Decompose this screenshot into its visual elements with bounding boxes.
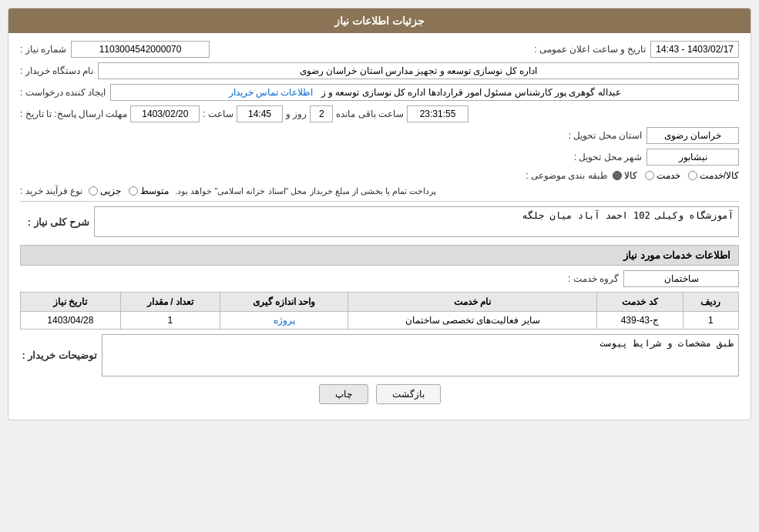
purchase-type-label-0: متوسط [140, 186, 169, 196]
col-header-service-code: کد خدمت [597, 293, 683, 312]
deadline-time-value: 14:45 [237, 105, 283, 122]
need-number-group: 1103004542000070 شماره نیاز : [20, 41, 210, 58]
deadline-time-label: ساعت : [203, 109, 233, 119]
services-table: ردیف کد خدمت نام خدمت واحد اندازه گیری ت… [20, 292, 739, 330]
col-header-unit: واحد اندازه گیری [220, 293, 348, 312]
service-group-label: گروه خدمت : [568, 273, 619, 284]
row-buyer-notes: طبق مشخصات و شرایط پیوست توضیحات خریدار … [20, 334, 739, 376]
button-group: بازگشت چاپ [20, 384, 739, 412]
row-service-group: ساختمان گروه خدمت : [20, 270, 739, 287]
page-title: جزئیات اطلاعات نیاز [334, 15, 425, 27]
cell-need-date: 1403/04/28 [21, 312, 121, 330]
buyer-org-label: نام دستگاه خریدار : [20, 65, 93, 76]
announce-datetime-label: تاریخ و ساعت اعلان عمومی : [534, 44, 646, 55]
need-description-label: شرح کلی نیاز : [20, 216, 89, 228]
category-option-2[interactable]: کالا [613, 170, 637, 181]
announce-datetime-value: 1403/02/17 - 14:43 [650, 41, 739, 58]
buyer-org-value: اداره کل نوسازی توسعه و تجهیز مدارس استا… [98, 62, 739, 79]
cell-service-code: ج-43-439 [597, 312, 683, 330]
purchase-type-option-1[interactable]: جزیی [89, 186, 121, 196]
need-number-value: 1103004542000070 [71, 41, 210, 58]
deadline-days-value: 2 [310, 105, 333, 122]
col-header-need-date: تاریخ نیاز [21, 293, 121, 312]
province-group: خراسان رضوی استان محل تحویل : [569, 127, 739, 144]
col-header-quantity: تعداد / مقدار [120, 293, 220, 312]
category-radio-2[interactable] [613, 171, 622, 180]
purchase-type-radio-1[interactable] [89, 186, 98, 196]
buyer-notes-textarea[interactable]: طبق مشخصات و شرایط پیوست [102, 334, 739, 376]
page-header: جزئیات اطلاعات نیاز [8, 8, 751, 33]
divider-1 [20, 201, 739, 202]
purchase-type-label: نوع فرآیند خرید : [20, 186, 82, 196]
category-label: طبقه بندی موضوعی : [526, 170, 607, 181]
deadline-remaining-label: ساعت باقی مانده [336, 109, 404, 119]
col-header-service-name: نام خدمت [348, 293, 597, 312]
deadline-remaining-value: 23:31:55 [407, 105, 468, 122]
purchase-type-radio-group: متوسط جزیی [89, 186, 169, 196]
deadline-date-value: 1403/02/20 [130, 105, 200, 122]
row-purchase-type: پرداخت تمام یا بخشی از مبلغ خریداز محل "… [20, 186, 739, 196]
row-need-number: 1403/02/17 - 14:43 تاریخ و ساعت اعلان عم… [20, 41, 739, 58]
purchase-type-option-0[interactable]: متوسط [129, 186, 169, 196]
purchase-type-radio-0[interactable] [129, 186, 138, 196]
buyer-notes-label: توضیحات خریدار : [20, 350, 97, 361]
province-label: استان محل تحویل : [569, 130, 642, 141]
category-radio-group: کالا/خدمت خدمت کالا [613, 170, 739, 181]
cell-unit: پروژه [220, 312, 348, 330]
purchase-type-label-1: جزیی [100, 186, 121, 196]
purchase-note: پرداخت تمام یا بخشی از مبلغ خریداز محل "… [175, 186, 436, 196]
creator-label: ایجاد کننده درخواست : [20, 87, 106, 98]
row-province: خراسان رضوی استان محل تحویل : [20, 127, 739, 144]
category-option-0[interactable]: کالا/خدمت [688, 170, 739, 181]
service-group-value: ساختمان [623, 270, 739, 287]
cell-quantity: 1 [120, 312, 220, 330]
category-label-0: کالا/خدمت [700, 170, 739, 181]
province-value: خراسان رضوی [646, 127, 739, 144]
city-group: نیشابور شهر محل تحویل : [574, 149, 739, 166]
city-label: شهر محل تحویل : [574, 152, 642, 162]
creator-contact-link[interactable]: اطلاعات تماس خریدار [229, 87, 314, 98]
category-radio-0[interactable] [688, 171, 697, 180]
table-row: 1 ج-43-439 سایر فعالیت‌های تخصصی ساختمان… [21, 312, 739, 330]
row-buyer-org: اداره کل نوسازی توسعه و تجهیز مدارس استا… [20, 62, 739, 79]
row-creator: عبداله گوهری پور کارشناس مسئول امور قرار… [20, 84, 739, 101]
need-number-label: شماره نیاز : [20, 44, 66, 55]
print-button[interactable]: چاپ [319, 384, 368, 404]
category-label-2: کالا [624, 170, 637, 181]
cell-row-num: 1 [683, 312, 738, 330]
announce-datetime-group: 1403/02/17 - 14:43 تاریخ و ساعت اعلان عم… [534, 41, 739, 58]
need-description-textarea[interactable]: آموزشگاه وکیلی 102 احمد آباد میان جلگه [94, 206, 739, 237]
row-need-description: آموزشگاه وکیلی 102 احمد آباد میان جلگه ش… [20, 206, 739, 237]
row-city: نیشابور شهر محل تحویل : [20, 149, 739, 166]
services-section-header: اطلاعات خدمات مورد نیاز [20, 245, 739, 266]
deadline-day-label: روز و [286, 109, 307, 119]
creator-value: عبداله گوهری پور کارشناس مسئول امور قرار… [110, 84, 739, 101]
row-category: کالا/خدمت خدمت کالا طبقه بندی موضوعی : [20, 170, 739, 181]
category-option-1[interactable]: خدمت [645, 170, 680, 181]
category-label-1: خدمت [657, 170, 680, 181]
col-header-row-num: ردیف [683, 293, 738, 312]
row-deadline: 23:31:55 ساعت باقی مانده 2 روز و 14:45 س… [20, 105, 739, 122]
city-value: نیشابور [646, 149, 739, 166]
cell-service-name: سایر فعالیت‌های تخصصی ساختمان [348, 312, 597, 330]
back-button[interactable]: بازگشت [376, 384, 441, 404]
category-radio-1[interactable] [645, 171, 654, 180]
deadline-label: مهلت ارسال پاسخ: تا تاریخ : [20, 109, 127, 119]
